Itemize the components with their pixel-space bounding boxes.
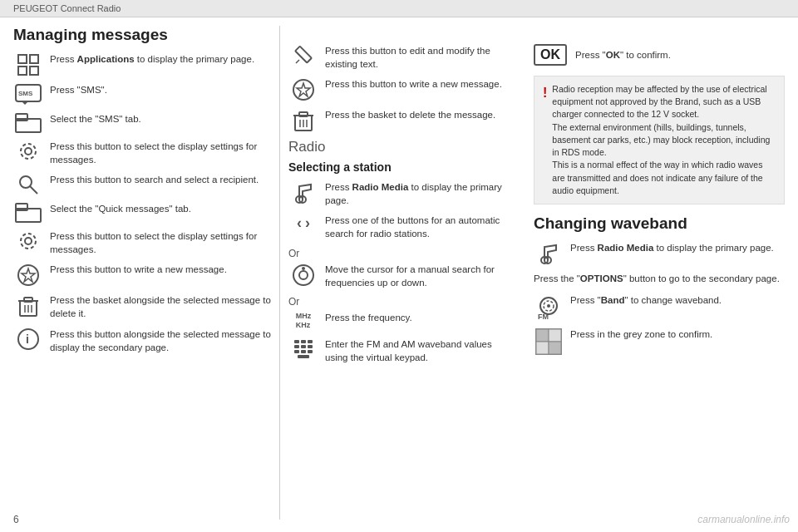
svg-rect-61 xyxy=(549,342,561,354)
apps-icon xyxy=(13,52,43,76)
warning-icon: ! xyxy=(543,83,547,197)
list-item: Press this button to edit and modify the… xyxy=(288,44,512,71)
svg-rect-59 xyxy=(549,329,561,342)
right-column: OK Press "OK" to confirm. ! Radio recept… xyxy=(520,26,785,520)
or-text-1: Or xyxy=(288,248,512,259)
svg-marker-17 xyxy=(22,268,35,282)
list-item: Press Radio Media to display the primary… xyxy=(534,241,785,265)
svg-rect-43 xyxy=(308,340,313,343)
warning-box: ! Radio reception may be affected by the… xyxy=(534,76,785,204)
svg-rect-44 xyxy=(294,345,299,348)
list-item: Press this button to select the display … xyxy=(13,229,271,256)
item-text: Press "SMS". xyxy=(50,83,271,96)
list-item: Press the basket to delete the message. xyxy=(288,108,512,132)
svg-rect-45 xyxy=(301,345,306,348)
item-text: Move the cursor for a manual search for … xyxy=(325,263,512,289)
list-item: SMS Press "SMS". xyxy=(13,83,271,106)
item-text: Press the frequency. xyxy=(325,311,512,324)
options-text: Press the "OPTIONS" button to go to the … xyxy=(534,272,785,285)
changing-waveband-title: Changing waveband xyxy=(534,214,785,233)
item-text: Press this button alongside the selected… xyxy=(50,328,271,354)
list-item: i Press this button alongside the select… xyxy=(13,328,271,354)
item-text: Press "Band" to change waveband. xyxy=(570,293,785,307)
svg-point-14 xyxy=(25,238,32,244)
grey-zone-icon xyxy=(534,328,564,355)
svg-line-11 xyxy=(30,186,37,194)
item-text: Press the basket alongside the selected … xyxy=(50,293,271,320)
gear-icon-2 xyxy=(13,229,43,252)
list-item: Press Applications to display the primar… xyxy=(13,52,271,76)
star-icon xyxy=(13,263,43,287)
ok-badge: OK xyxy=(534,44,567,66)
item-text: Press this button to search and select a… xyxy=(50,173,271,186)
item-text: Select the "Quick messages" tab. xyxy=(50,202,271,215)
item-text: Press Radio Media to display the primary… xyxy=(325,180,512,207)
selecting-station-title: Selecting a station xyxy=(288,160,512,174)
basket-icon xyxy=(13,293,43,318)
svg-line-27 xyxy=(296,60,299,63)
ok-confirm-text: Press "OK" to confirm. xyxy=(575,50,671,60)
list-item: Press in the grey zone to confirm. xyxy=(534,328,785,355)
svg-rect-26 xyxy=(295,47,312,63)
svg-text:SMS: SMS xyxy=(18,90,33,97)
item-text: Select the "SMS" tab. xyxy=(50,112,271,126)
svg-point-10 xyxy=(20,176,32,188)
svg-rect-50 xyxy=(298,355,309,358)
svg-text:FM: FM xyxy=(538,313,549,321)
or-text-2: Or xyxy=(288,296,512,308)
svg-marker-29 xyxy=(297,83,310,96)
svg-rect-42 xyxy=(301,340,306,343)
list-item: Press the basket alongside the selected … xyxy=(13,293,271,320)
item-text: Press this button to write a new message… xyxy=(50,263,271,276)
item-text: Press Applications to display the primar… xyxy=(50,52,271,66)
list-item: Select the "Quick messages" tab. xyxy=(13,202,271,223)
warning-text: Radio reception may be affected by the u… xyxy=(552,83,776,197)
svg-point-9 xyxy=(21,144,36,159)
svg-rect-0 xyxy=(18,55,27,63)
svg-rect-32 xyxy=(299,112,308,116)
svg-rect-41 xyxy=(294,340,299,343)
list-item: Press this button to select the display … xyxy=(13,140,271,166)
list-item: Press this button to write a new message… xyxy=(13,263,271,287)
ok-section: OK Press "OK" to confirm. xyxy=(534,44,785,66)
star-icon-2 xyxy=(288,77,318,101)
svg-rect-58 xyxy=(536,329,549,342)
item-text: Press the basket to delete the message. xyxy=(325,108,512,121)
list-item: Move the cursor for a manual search for … xyxy=(288,263,512,289)
radio-title: Radio xyxy=(288,139,512,155)
tab-icon xyxy=(13,112,43,133)
arrows-icon: ‹› xyxy=(288,214,318,232)
knob-icon xyxy=(288,263,318,287)
svg-rect-46 xyxy=(308,345,313,348)
list-item: ‹› Press one of the buttons for an autom… xyxy=(288,214,512,240)
svg-rect-60 xyxy=(536,342,549,354)
middle-column: Press this button to edit and modify the… xyxy=(279,26,512,520)
list-item: Press Radio Media to display the primary… xyxy=(288,180,512,207)
item-text: Press this button to select the display … xyxy=(50,229,271,256)
svg-rect-2 xyxy=(18,66,27,75)
list-item: Press this button to write a new message… xyxy=(288,77,512,101)
svg-point-15 xyxy=(21,234,36,249)
keypad-icon xyxy=(288,337,318,362)
item-text: Press Radio Media to display the primary… xyxy=(570,241,785,254)
svg-point-39 xyxy=(299,271,308,279)
music-note-icon xyxy=(288,180,318,204)
music-note-icon-2 xyxy=(534,241,564,265)
item-text: Enter the FM and AM waveband values usin… xyxy=(325,337,512,364)
item-text: Press in the grey zone to confirm. xyxy=(570,328,785,341)
managing-messages-title: Managing messages xyxy=(13,26,271,44)
list-item: MHz KHz Press the frequency. xyxy=(288,311,512,331)
svg-point-8 xyxy=(25,148,32,155)
svg-rect-47 xyxy=(294,350,299,353)
sms-icon: SMS xyxy=(13,83,43,106)
basket-icon-2 xyxy=(288,108,318,132)
info-icon: i xyxy=(13,328,43,350)
page-number: 6 xyxy=(13,514,19,525)
svg-rect-1 xyxy=(30,55,38,63)
list-item: Press this button to search and select a… xyxy=(13,173,271,195)
svg-rect-49 xyxy=(308,350,313,353)
svg-point-55 xyxy=(547,304,550,308)
watermark: carmanualonline.info xyxy=(697,514,790,525)
search-icon xyxy=(13,173,43,195)
item-text: Press this button to write a new message… xyxy=(325,77,512,91)
